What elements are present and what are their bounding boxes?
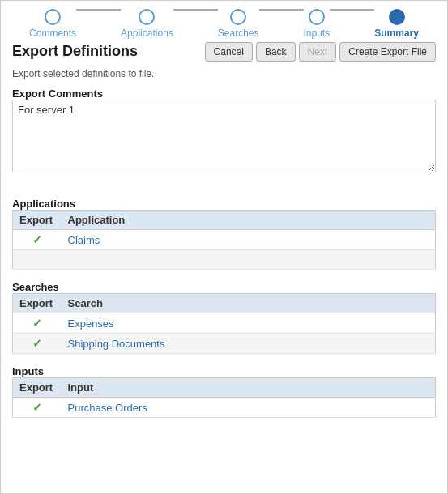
step-searches: Searches [218,9,259,39]
step-label-comments: Comments [29,28,76,39]
table-row: ✓ Claims [13,230,436,250]
applications-table: Export Application ✓ Claims [12,210,436,270]
connector-1 [76,9,121,27]
step-label-summary: Summary [374,28,419,39]
check-icon: ✓ [32,401,42,414]
connector-2 [173,9,218,27]
inputs-title: Inputs [12,365,436,377]
connector-4 [330,9,374,27]
next-button[interactable]: Next [299,42,337,62]
searches-col-search: Search [62,294,436,313]
inputs-col-input: Input [62,378,436,398]
inputs-table: Export Input ✓ Purchase Orders [12,377,436,418]
table-row: ✓ Purchase Orders [13,398,436,418]
input-link[interactable]: Purchase Orders [68,402,147,414]
check-icon: ✓ [32,233,42,246]
export-comments-section: Export Comments For server 1 [12,87,436,186]
applications-title: Applications [12,198,436,210]
connector-3 [259,9,304,27]
step-circle-comments [45,9,61,25]
search-link[interactable]: Expenses [68,317,114,330]
step-circle-inputs [309,9,325,25]
create-export-button[interactable]: Create Export File [339,42,436,62]
step-circle-searches [230,9,246,25]
export-comments-textarea[interactable]: For server 1 [12,100,436,172]
inputs-col-export: Export [13,378,62,398]
step-circle-applications [139,9,155,25]
step-label-applications: Applications [121,28,173,39]
page-title: Export Definitions [12,43,138,60]
cancel-button[interactable]: Cancel [205,42,253,62]
step-label-inputs: Inputs [304,28,331,39]
table-row: ✓ Shipping Documents [13,334,436,354]
step-circle-summary [389,9,405,25]
step-summary: Summary [374,9,419,39]
step-inputs: Inputs [304,9,331,39]
search-link[interactable]: Shipping Documents [68,338,165,350]
export-comments-title: Export Comments [12,87,436,100]
subtitle: Export selected definitions to file. [12,68,436,79]
searches-section: Searches Export Search ✓ Expenses ✓ Ship… [12,281,436,354]
step-comments: Comments [29,9,76,39]
page-content: Export Definitions Cancel Back Next Crea… [1,42,447,441]
step-label-searches: Searches [218,28,259,39]
check-icon: ✓ [32,317,42,330]
check-icon: ✓ [32,337,42,350]
searches-col-export: Export [13,294,62,313]
applications-col-application: Application [62,211,436,230]
wizard-steps: Comments Applications Searches Inputs Su… [1,1,447,42]
table-row-empty [13,250,436,270]
applications-col-export: Export [13,211,62,230]
step-applications: Applications [121,9,173,39]
applications-section: Applications Export Application ✓ Claims [12,198,436,270]
searches-table: Export Search ✓ Expenses ✓ Shipping Docu… [12,293,436,354]
searches-title: Searches [12,281,436,293]
toolbar: Cancel Back Next Create Export File [205,42,436,62]
application-link[interactable]: Claims [68,234,100,246]
back-button[interactable]: Back [256,42,296,62]
inputs-section: Inputs Export Input ✓ Purchase Orders [12,365,436,418]
table-row: ✓ Expenses [13,313,436,334]
